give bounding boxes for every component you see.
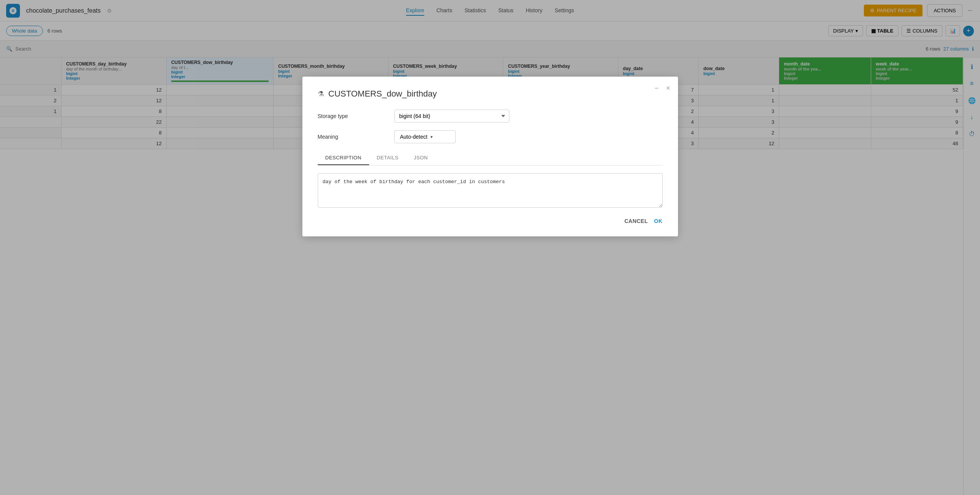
modal-close-button[interactable]: × [665, 83, 672, 94]
modal-footer: CANCEL OK [318, 218, 663, 224]
storage-type-control: bigint (64 bit) int (32 bit) smallint (1… [394, 110, 663, 123]
tab-details[interactable]: DETAILS [369, 151, 406, 165]
flask-icon: ⚗ [318, 90, 324, 98]
meaning-control: Auto-detect ▼ [394, 130, 663, 143]
meaning-row: Meaning Auto-detect ▼ [318, 130, 663, 143]
meaning-label: Meaning [318, 134, 394, 140]
description-textarea[interactable]: day of the week of birthday for each cus… [318, 173, 663, 208]
tab-json[interactable]: JSON [406, 151, 436, 165]
storage-type-label: Storage type [318, 113, 394, 119]
modal-title: CUSTOMERS_dow_birthday [328, 89, 437, 99]
modal-tabs: DESCRIPTION DETAILS JSON [318, 151, 663, 166]
modal-minimize-button[interactable]: − [653, 83, 660, 94]
meaning-value: Auto-detect [400, 134, 428, 140]
column-detail-modal: ⚗ CUSTOMERS_dow_birthday − × Storage typ… [302, 77, 678, 236]
cancel-button[interactable]: CANCEL [624, 218, 648, 224]
storage-type-select[interactable]: bigint (64 bit) int (32 bit) smallint (1… [394, 110, 509, 123]
storage-type-row: Storage type bigint (64 bit) int (32 bit… [318, 110, 663, 123]
modal-header: ⚗ CUSTOMERS_dow_birthday [318, 89, 663, 99]
ok-button[interactable]: OK [654, 218, 663, 224]
tab-description[interactable]: DESCRIPTION [318, 151, 369, 165]
meaning-button[interactable]: Auto-detect ▼ [394, 130, 456, 143]
meaning-arrow-icon: ▼ [430, 135, 433, 139]
modal-overlay[interactable]: ⚗ CUSTOMERS_dow_birthday − × Storage typ… [0, 0, 980, 495]
